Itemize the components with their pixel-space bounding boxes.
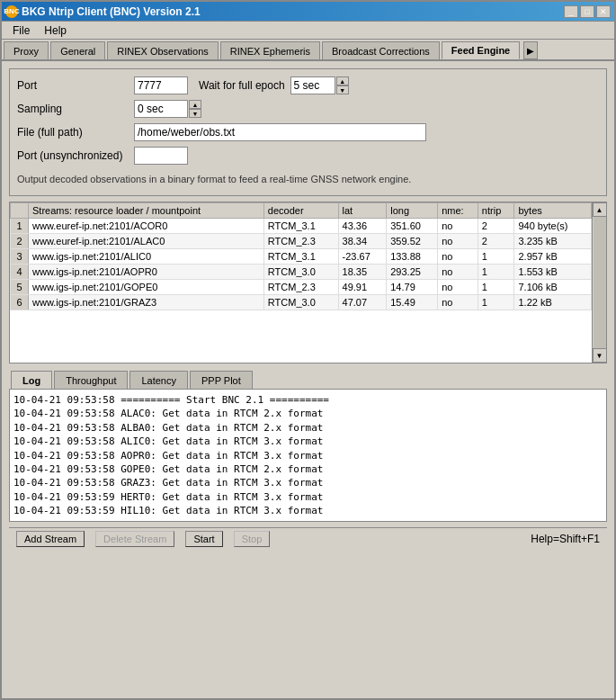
streams-panel: Streams: resource loader / mountpoint de… (9, 202, 607, 363)
file-menu[interactable]: File (5, 22, 37, 39)
tab-rinex-obs[interactable]: RINEX Observations (107, 41, 218, 59)
start-button[interactable]: Start (185, 531, 222, 547)
row-long: 293.25 (387, 265, 438, 280)
sampling-spinner: ▲ ▼ (189, 100, 201, 118)
stop-button[interactable]: Stop (234, 531, 271, 547)
port-unsync-input[interactable] (134, 147, 188, 165)
row-ntrip: 1 (478, 295, 514, 310)
help-hint: Help=Shift+F1 (531, 533, 600, 545)
row-num: 1 (11, 219, 29, 234)
row-stream: www.igs-ip.net:2101/ALIC0 (29, 249, 264, 265)
scroll-down-button[interactable]: ▼ (593, 348, 607, 363)
wait-input[interactable] (290, 76, 335, 94)
status-bar: Add Stream Delete Stream Start Stop Help… (9, 527, 607, 549)
tab-next-arrow[interactable]: ▶ (523, 41, 538, 59)
sampling-spin-down[interactable]: ▼ (189, 109, 201, 118)
table-row[interactable]: 1 www.euref-ip.net:2101/ACOR0 RTCM_3.1 4… (11, 219, 592, 234)
row-decoder: RTCM_3.0 (263, 265, 338, 280)
log-line: 10-04-21 09:53:58 ALIC0: Get data in RTC… (13, 435, 603, 448)
row-stream: www.igs-ip.net:2101/GOPE0 (29, 280, 264, 295)
tab-ppp-plot[interactable]: PPP Plot (190, 371, 253, 389)
row-nme: no (438, 219, 478, 234)
col-num (11, 203, 29, 219)
menu-bar: File Help (2, 22, 614, 40)
log-line: 10-04-21 09:53:58 ALAC0: Get data in RTC… (13, 407, 603, 420)
tab-log[interactable]: Log (11, 371, 52, 389)
tab-general[interactable]: General (50, 41, 105, 59)
sampling-input[interactable] (134, 100, 188, 118)
delete-stream-button[interactable]: Delete Stream (95, 531, 174, 547)
row-long: 14.79 (387, 280, 438, 295)
row-stream: www.igs-ip.net:2101/GRAZ3 (29, 295, 264, 310)
bottom-tab-bar: Log Throughput Latency PPP Plot (9, 369, 607, 389)
sampling-label: Sampling (17, 103, 134, 115)
scroll-up-button[interactable]: ▲ (593, 202, 607, 217)
minimize-button[interactable]: _ (564, 5, 578, 18)
port-unsync-label: Port (unsynchronized) (17, 149, 134, 162)
row-decoder: RTCM_3.1 (263, 249, 338, 265)
tab-latency[interactable]: Latency (129, 371, 188, 389)
row-stream: www.igs-ip.net:2101/AOPR0 (29, 265, 264, 280)
col-decoder: decoder (263, 203, 338, 219)
window-title: BKG Ntrip Client (BNC) Version 2.1 (22, 5, 201, 18)
table-row[interactable]: 3 www.igs-ip.net:2101/ALIC0 RTCM_3.1 -23… (11, 249, 592, 265)
main-tab-bar: Proxy General RINEX Observations RINEX E… (2, 40, 614, 61)
tab-throughput[interactable]: Throughput (54, 371, 128, 389)
row-bytes: 940 byte(s) (514, 219, 592, 234)
col-bytes: bytes (514, 203, 592, 219)
streams-scrollbar[interactable]: ▲ ▼ (592, 202, 606, 363)
row-nme: no (438, 249, 478, 265)
row-ntrip: 2 (478, 234, 514, 249)
row-nme: no (438, 234, 478, 249)
row-decoder: RTCM_3.1 (263, 219, 338, 234)
maximize-button[interactable]: □ (580, 5, 594, 18)
table-row[interactable]: 5 www.igs-ip.net:2101/GOPE0 RTCM_2.3 49.… (11, 280, 592, 295)
row-decoder: RTCM_2.3 (263, 234, 338, 249)
help-menu[interactable]: Help (37, 22, 74, 39)
log-line: 10-04-21 09:53:58 ========== Start BNC 2… (13, 393, 603, 407)
table-row[interactable]: 6 www.igs-ip.net:2101/GRAZ3 RTCM_3.0 47.… (11, 295, 592, 310)
col-long: long (387, 203, 438, 219)
wait-label: Wait for full epoch (199, 79, 285, 92)
add-stream-button[interactable]: Add Stream (16, 531, 85, 547)
tab-rinex-eph[interactable]: RINEX Ephemeris (220, 41, 320, 59)
port-unsync-row: Port (unsynchronized) (17, 147, 599, 165)
row-bytes: 2.957 kB (514, 249, 592, 265)
feed-engine-description: Output decoded observations in a binary … (17, 170, 599, 188)
row-nme: no (438, 265, 478, 280)
table-row[interactable]: 4 www.igs-ip.net:2101/AOPR0 RTCM_3.0 18.… (11, 265, 592, 280)
col-lat: lat (338, 203, 387, 219)
wait-spin-up[interactable]: ▲ (336, 76, 349, 85)
sampling-row: Sampling ▲ ▼ (17, 100, 599, 118)
log-line: 10-04-21 09:53:59 HERT0: Get data in RTC… (13, 490, 603, 504)
sampling-spin-up[interactable]: ▲ (189, 100, 201, 109)
feed-engine-panel: Port Wait for full epoch ▲ ▼ Sampling ▲ … (9, 68, 607, 196)
row-long: 359.52 (387, 234, 438, 249)
tab-proxy[interactable]: Proxy (4, 41, 49, 59)
app-icon: BNC (5, 5, 18, 18)
col-nme: nme: (438, 203, 478, 219)
log-line: 10-04-21 09:53:58 ALBA0: Get data in RTC… (13, 421, 603, 435)
row-num: 3 (11, 249, 29, 265)
row-bytes: 3.235 kB (514, 234, 592, 249)
row-nme: no (438, 280, 478, 295)
close-button[interactable]: ✕ (596, 5, 611, 18)
row-bytes: 7.106 kB (514, 280, 592, 295)
row-num: 4 (11, 265, 29, 280)
port-input[interactable] (134, 76, 188, 94)
row-lat: 47.07 (338, 295, 387, 310)
log-panel: 10-04-21 09:53:58 ========== Start BNC 2… (9, 389, 607, 522)
row-ntrip: 1 (478, 265, 514, 280)
row-num: 2 (11, 234, 29, 249)
table-row[interactable]: 2 www.euref-ip.net:2101/ALAC0 RTCM_2.3 3… (11, 234, 592, 249)
row-decoder: RTCM_3.0 (263, 295, 338, 310)
col-ntrip: ntrip (478, 203, 514, 219)
row-ntrip: 1 (478, 280, 514, 295)
row-lat: 18.35 (338, 265, 387, 280)
file-input[interactable] (134, 123, 426, 141)
row-long: 133.88 (387, 249, 438, 265)
wait-spin-down[interactable]: ▼ (336, 85, 349, 94)
tab-broadcast[interactable]: Broadcast Corrections (322, 41, 440, 59)
tab-feed-engine[interactable]: Feed Engine (442, 41, 520, 59)
main-content: Port Wait for full epoch ▲ ▼ Sampling ▲ … (2, 61, 614, 556)
